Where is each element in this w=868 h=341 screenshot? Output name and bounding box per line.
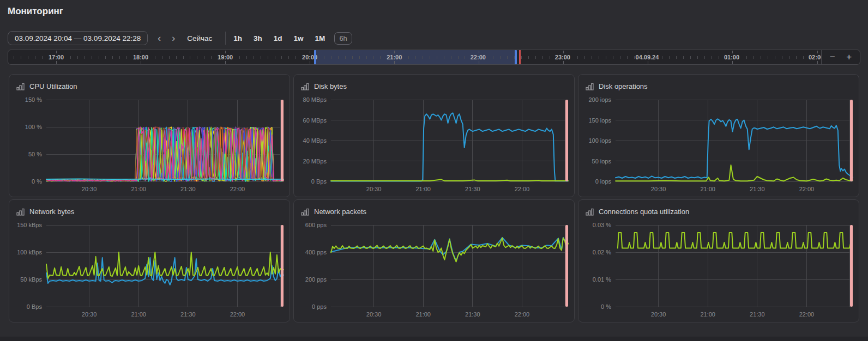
timeline-minor-tick bbox=[204, 56, 204, 59]
series-line bbox=[331, 238, 568, 262]
timeline-minor-tick bbox=[493, 56, 493, 59]
charts-grid: CPU Utilization150 %100 %50 %0 %20:3021:… bbox=[9, 74, 859, 322]
chart-panel-cpu-utilization: CPU Utilization150 %100 %50 %0 %20:3021:… bbox=[9, 74, 290, 197]
zoom-out-button[interactable]: − bbox=[827, 52, 839, 63]
timeline-minor-tick bbox=[155, 56, 155, 59]
x-axis-label: 21:30 bbox=[465, 186, 480, 192]
date-range-input[interactable]: 03.09.2024 20:04 — 03.09.2024 22:28 bbox=[8, 31, 148, 45]
preset-button-1d[interactable]: 1d bbox=[274, 34, 282, 42]
current-range-chip[interactable]: 6h bbox=[334, 32, 352, 45]
timeline-minor-tick bbox=[754, 56, 754, 59]
chevron-right-icon: › bbox=[172, 32, 175, 44]
timeline-minor-tick bbox=[28, 56, 28, 59]
chart-canvas-disk-bytes[interactable]: 80 MBps60 MBps40 MBps20 MBps0 Bps20:3021… bbox=[294, 93, 574, 197]
next-range-button[interactable]: › bbox=[166, 31, 180, 45]
timeline-minor-tick bbox=[359, 56, 360, 59]
chart-panel-network-bytes: Network bytes150 kBps100 kBps50 kBps0 Bp… bbox=[9, 199, 290, 322]
x-axis-label: 20:30 bbox=[651, 186, 666, 192]
timeline-minor-tick bbox=[246, 56, 247, 59]
x-axis-label: 20:30 bbox=[82, 311, 97, 318]
timeline-minor-tick bbox=[458, 56, 459, 59]
chart-panel-header: Connections quota utilization bbox=[578, 200, 859, 217]
timeline-hour-tick bbox=[563, 61, 564, 64]
chart-canvas-network-bytes[interactable]: 150 kBps100 kBps50 kBps0 Bps20:3021:0021… bbox=[9, 218, 290, 322]
chart-title: Disk operations bbox=[599, 82, 648, 90]
y-axis-label: 150 iops bbox=[588, 117, 611, 124]
timeline-tick-area[interactable]: 17:0018:0019:0020:0021:0022:0023:0004.09… bbox=[8, 50, 822, 64]
timeline-label: 18:00 bbox=[133, 54, 148, 60]
preset-button-1M[interactable]: 1M bbox=[315, 34, 326, 42]
timeline-minor-tick bbox=[380, 56, 381, 59]
now-marker-bar bbox=[281, 225, 284, 307]
timeline-minor-tick bbox=[796, 56, 797, 59]
timeline-minor-tick bbox=[712, 56, 712, 59]
timeline-minor-tick bbox=[599, 56, 599, 59]
timeline-minor-tick bbox=[415, 56, 416, 59]
y-axis-label: 400 pps bbox=[305, 249, 327, 255]
bar-chart-icon bbox=[301, 208, 309, 216]
y-axis-label: 200 pps bbox=[305, 276, 327, 283]
timeline-hour-tick bbox=[817, 61, 818, 64]
x-axis-label: 22:00 bbox=[230, 311, 245, 318]
chart-panel-header: Network bytes bbox=[9, 200, 290, 217]
preset-button-1w[interactable]: 1w bbox=[294, 34, 304, 42]
selection-start-handle[interactable] bbox=[314, 50, 316, 64]
y-axis-label: 150 kBps bbox=[17, 222, 42, 228]
timeline-minor-tick bbox=[507, 56, 508, 59]
timeline-label: 17:00 bbox=[49, 54, 64, 60]
timeline-minor-tick bbox=[577, 56, 578, 59]
timeline-label: 04.09.24 bbox=[636, 54, 659, 60]
timeline-hour-tick bbox=[732, 61, 733, 64]
timeline-minor-tick bbox=[366, 56, 367, 59]
timeline-minor-tick bbox=[676, 56, 677, 59]
x-axis-label: 20:30 bbox=[82, 186, 97, 192]
timeline-minor-tick bbox=[85, 56, 85, 59]
timeline-minor-tick bbox=[211, 56, 212, 59]
y-axis-label: 60 MBps bbox=[303, 117, 327, 124]
timeline-minor-tick bbox=[281, 56, 282, 59]
timeline-minor-tick bbox=[669, 56, 670, 59]
timeline-minor-tick bbox=[430, 56, 430, 59]
timeline-minor-tick bbox=[704, 56, 705, 59]
now-button[interactable]: Сейчас bbox=[185, 34, 214, 42]
zoom-in-button[interactable]: + bbox=[843, 52, 855, 63]
x-axis-label: 22:00 bbox=[230, 186, 245, 192]
x-axis-label: 21:00 bbox=[131, 311, 146, 318]
timeline-minor-tick bbox=[345, 56, 346, 59]
timeline-minor-tick bbox=[662, 56, 662, 59]
chart-title: CPU Utilization bbox=[29, 82, 77, 90]
chart-canvas-connections-quota-utilization[interactable]: 0.03 %0.02 %0.01 %0 %20:3021:0021:3022:0… bbox=[578, 218, 859, 322]
timeline-hour-tick bbox=[56, 61, 57, 64]
chart-canvas-disk-operations[interactable]: 200 iops150 iops100 iops50 iops0 iops20:… bbox=[578, 93, 859, 197]
chart-panel-header: Network packets bbox=[294, 200, 574, 217]
timeline-minor-tick bbox=[444, 56, 444, 59]
series-line bbox=[46, 258, 284, 285]
y-axis-label: 0.03 % bbox=[593, 222, 611, 228]
chart-panel-header: Disk operations bbox=[578, 75, 859, 92]
timeline-minor-tick bbox=[190, 56, 190, 59]
chart-panel-header: CPU Utilization bbox=[9, 75, 290, 92]
preset-button-1h[interactable]: 1h bbox=[233, 34, 242, 42]
preset-button-3h[interactable]: 3h bbox=[254, 34, 262, 42]
timeline-hour-tick bbox=[479, 61, 479, 64]
timeline-minor-tick bbox=[634, 56, 635, 59]
x-axis-label: 21:00 bbox=[131, 186, 146, 192]
y-axis-label: 20 MBps bbox=[303, 158, 327, 165]
timeline-minor-tick bbox=[296, 56, 296, 59]
chart-title: Disk bytes bbox=[314, 82, 347, 90]
bar-chart-icon bbox=[301, 82, 309, 90]
bar-chart-icon bbox=[16, 208, 25, 216]
timeline-hour-tick bbox=[141, 61, 141, 64]
y-axis-label: 80 MBps bbox=[303, 96, 327, 103]
selection-end-handle[interactable] bbox=[515, 50, 517, 64]
timeline-minor-tick bbox=[197, 56, 197, 59]
timeline-minor-tick bbox=[254, 56, 254, 59]
timeline-hour-tick bbox=[479, 51, 479, 53]
chart-canvas-network-packets[interactable]: 600 pps400 pps200 pps0 pps20:3021:0021:3… bbox=[294, 218, 574, 322]
x-axis-label: 21:00 bbox=[415, 186, 431, 192]
timeline-hour-tick bbox=[141, 51, 141, 53]
prev-range-button[interactable]: ‹ bbox=[152, 31, 166, 45]
timeline-minor-tick bbox=[112, 56, 113, 59]
timeline-minor-tick bbox=[261, 56, 261, 59]
chart-canvas-cpu-utilization[interactable]: 150 %100 %50 %0 %20:3021:0021:3022:00 bbox=[9, 93, 290, 197]
